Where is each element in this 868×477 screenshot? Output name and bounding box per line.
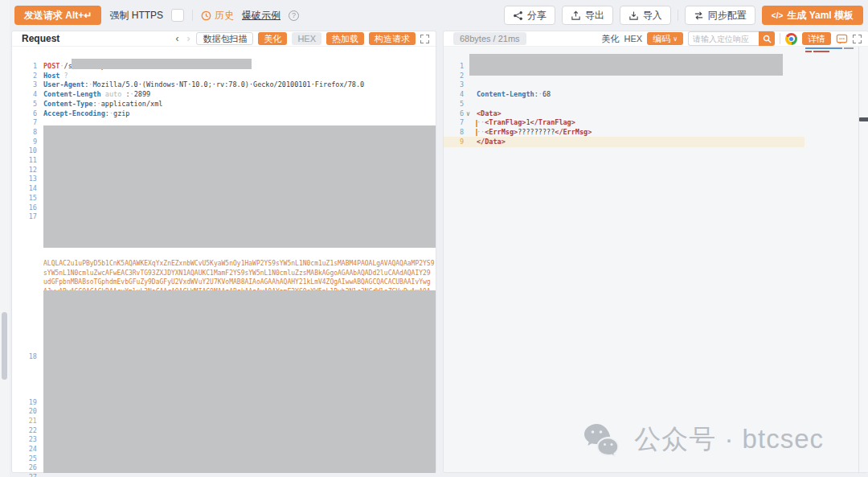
- line-number: 11: [12, 156, 37, 166]
- force-https-checkbox[interactable]: [171, 9, 184, 22]
- import-button[interactable]: 导入: [620, 6, 671, 25]
- divider: [192, 10, 193, 21]
- code-token: </TranFlag>: [530, 118, 575, 126]
- search-icon: [763, 35, 772, 43]
- hot-reload-button[interactable]: 热加载: [326, 32, 364, 45]
- fold-arrow-icon[interactable]: ∨: [466, 109, 470, 119]
- line-number: 14: [12, 184, 37, 194]
- import-icon: [628, 10, 639, 21]
- comment-icon[interactable]: [836, 33, 848, 45]
- minimap[interactable]: [805, 47, 855, 65]
- next-request-arrow[interactable]: ›: [185, 33, 191, 44]
- code-line: Accept-Encoding:·gzip: [43, 109, 130, 119]
- fullscreen-icon[interactable]: [420, 35, 429, 43]
- app-window: 发送请求 Alt+↵ 强制 HTTPS 历史 爆破示例 ? 分享 导出: [0, 0, 868, 477]
- line-number: 24: [12, 445, 37, 454]
- prev-request-arrow[interactable]: ‹: [174, 33, 180, 44]
- generate-yaml-button[interactable]: </> 生成 Yaml 模板: [762, 6, 863, 25]
- payload-line: ALQLAC2u1uPByD5b1CnK5AQAWKEXqYxZnEZxnbWC…: [43, 259, 436, 269]
- code-line: Host ?: [43, 72, 68, 81]
- blast-example-link[interactable]: 爆破示例: [242, 9, 280, 23]
- code-token: <Data>: [477, 109, 502, 117]
- page-scrollbar[interactable]: [0, 0, 10, 477]
- request-title: Request: [22, 33, 59, 44]
- code-line: ··<TranFlag>1</TranFlag>: [477, 118, 575, 128]
- build-request-button[interactable]: 构造请求: [369, 32, 416, 45]
- request-header: Request ‹ › 数据包扫描 美化 HEX 热加载 构造请求: [12, 31, 436, 47]
- line-number: 19: [12, 398, 37, 408]
- line-number: 26: [12, 463, 37, 473]
- request-panel: Request ‹ › 数据包扫描 美化 HEX 热加载 构造请求 123456…: [11, 31, 436, 473]
- redaction-box: [43, 290, 436, 473]
- code-line: Content-Type:·application/xml: [43, 100, 162, 109]
- packet-scan-button[interactable]: 数据包扫描: [196, 32, 253, 45]
- line-number: 16: [12, 204, 37, 213]
- minimap-track: [858, 47, 859, 472]
- line-number: 1: [439, 62, 464, 72]
- code-token: 68: [542, 90, 551, 98]
- watermark: 公众号 · btcsec: [583, 421, 824, 458]
- line-number: 10: [12, 146, 37, 156]
- watermark-text: 公众号 · btcsec: [634, 421, 824, 458]
- search-button[interactable]: [759, 31, 775, 46]
- line-number: 6: [439, 109, 464, 119]
- code-token: Mozilla/5.0·(Windows·NT·10.0;·rv:78.0)·G…: [92, 80, 364, 88]
- code-token: gzip: [113, 109, 129, 117]
- code-token: POST: [43, 62, 59, 70]
- page-scrollbar-thumb[interactable]: [2, 312, 7, 380]
- line-number: 22: [12, 426, 37, 436]
- beautify-button[interactable]: 美化: [258, 32, 287, 45]
- response-editor[interactable]: 123456789HTTP/1.1·200Content-Length:·68∨…: [444, 47, 868, 472]
- code-token: Content-Type: [43, 100, 92, 108]
- line-number: 17: [12, 212, 37, 222]
- scrollbar-thumb[interactable]: [859, 117, 868, 121]
- line-number: 4: [439, 90, 464, 100]
- divider: [678, 10, 678, 21]
- resp-beautify-button[interactable]: 美化: [602, 33, 620, 45]
- line-number: 6: [12, 109, 37, 119]
- fullscreen-icon[interactable]: [853, 35, 862, 43]
- response-search: [688, 31, 775, 46]
- export-icon: [571, 10, 581, 21]
- resp-hex-button[interactable]: HEX: [624, 34, 643, 43]
- help-icon[interactable]: ?: [289, 10, 299, 21]
- code-line: </Data>: [477, 138, 506, 147]
- line-number: 25: [12, 454, 37, 464]
- redaction-box: [469, 54, 783, 76]
- line-number: 13: [12, 175, 37, 184]
- details-button[interactable]: 详情: [802, 32, 831, 45]
- code-line: Content-Length:·68: [477, 90, 551, 100]
- line-number: 23: [12, 435, 37, 445]
- code-token: ··: [477, 128, 485, 136]
- line-number: 7: [12, 118, 37, 128]
- line-number: 3: [439, 80, 464, 90]
- search-input[interactable]: [688, 31, 759, 46]
- line-number: 1: [12, 62, 37, 72]
- response-panel: 68bytes / 21ms 美化 HEX 编码∨ 详情 123456789HT…: [443, 31, 868, 473]
- clock-icon: [201, 10, 211, 21]
- code-token: </Data>: [477, 138, 506, 146]
- hex-button[interactable]: HEX: [292, 32, 321, 45]
- redaction-box: [43, 125, 436, 248]
- line-number: 18: [12, 352, 37, 362]
- line-number: 5: [12, 100, 37, 109]
- sync-icon: [694, 10, 704, 21]
- code-token: 2899: [134, 90, 150, 98]
- code-line: ··<ErrMsg>?????????</ErrMsg>: [477, 128, 592, 138]
- chevron-down-icon: ∨: [673, 35, 678, 43]
- chrome-icon[interactable]: [785, 33, 797, 45]
- encode-dropdown[interactable]: 编码∨: [647, 32, 683, 45]
- send-request-button[interactable]: 发送请求 Alt+↵: [14, 6, 101, 25]
- line-number: 9: [439, 138, 464, 147]
- sync-config-button[interactable]: 同步配置: [685, 6, 755, 25]
- response-header: 68bytes / 21ms 美化 HEX 编码∨ 详情: [444, 31, 868, 47]
- line-number: 2: [439, 72, 464, 81]
- history-link[interactable]: 历史: [201, 9, 234, 23]
- line-number: 27: [12, 473, 37, 477]
- export-button[interactable]: 导出: [562, 6, 613, 25]
- line-number: 8: [12, 128, 37, 138]
- share-button[interactable]: 分享: [504, 6, 555, 25]
- code-token: </ErrMsg>: [555, 128, 592, 136]
- code-token: Host: [43, 72, 59, 80]
- divider: [780, 33, 780, 44]
